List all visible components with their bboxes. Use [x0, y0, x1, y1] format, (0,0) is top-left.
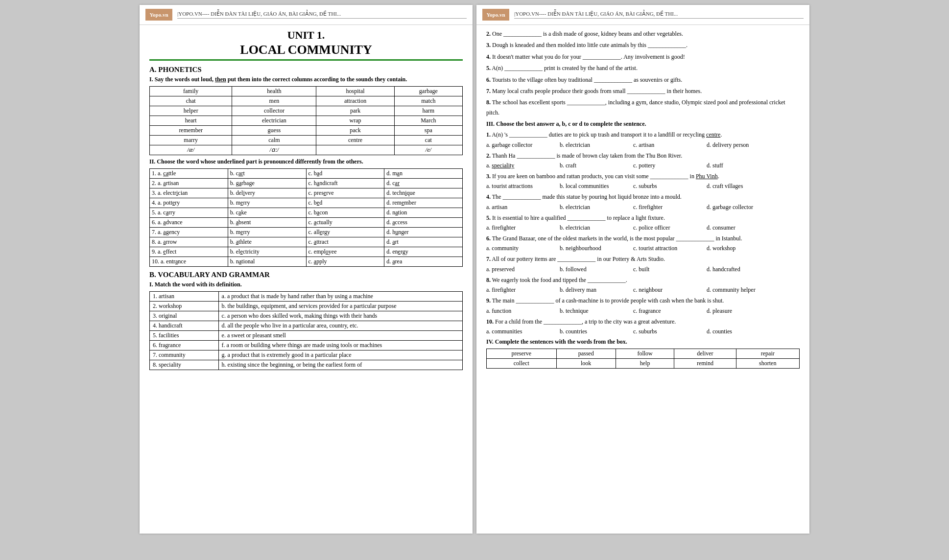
table-row: rememberguesspackspa — [150, 126, 463, 136]
mcq-10-options: a. communities b. countries c. suburbs d… — [486, 328, 800, 335]
table-row: 5. facilities e. a sweet or pleasant sme… — [150, 331, 463, 341]
mcq-4-options: a. artisan b. electrician c. firefighter… — [486, 204, 800, 211]
unit-subtitle: LOCAL COMMUNITY — [149, 43, 463, 61]
vocab-instruction: I. Match the word with its definition. — [149, 281, 463, 288]
right-logo: Yopo.vn — [482, 9, 509, 21]
left-header: Yopo.vn |YOPO.VN---- DIỄN ĐÀN TÀI LIỆU, … — [140, 5, 473, 25]
table-row: 10. a. entrance b. national c. apply d. … — [150, 257, 463, 267]
fill-blank-7: 7. Many local crafts people produce thei… — [486, 86, 800, 96]
section-b-title: B. VOCABULARY AND GRAMMAR — [149, 271, 463, 279]
table-row: 4. a. pottery b. merry c. bed d. remembe… — [150, 198, 463, 208]
mcq-2-question: 2. Thanh Ha _____________ is made of bro… — [486, 151, 800, 161]
fill-blank-5: 5. A(n) _____________ print is created b… — [486, 63, 800, 73]
phonetics-table: familyhealthhospitalgarbage chatmenattra… — [149, 86, 463, 155]
table-row: 5. a. carry b. cake c. bacon d. nation — [150, 208, 463, 218]
unit-title: UNIT 1. — [149, 29, 463, 42]
mcq-5-options: a. firefighter b. electrician c. police … — [486, 224, 800, 232]
mcq-9-options: a. function b. technique c. fragrance d.… — [486, 307, 800, 315]
mcq-8-question: 8. We eagerly took the food and tipped t… — [486, 275, 800, 285]
mcq-6-options: a. community b. neighbourhood c. tourist… — [486, 245, 800, 252]
table-row: familyhealthhospitalgarbage — [150, 87, 463, 96]
left-page: Yopo.vn |YOPO.VN---- DIỄN ĐÀN TÀI LIỆU, … — [140, 5, 473, 534]
fill-blank-6: 6. Tourists to the village often buy tra… — [486, 75, 800, 85]
right-header: Yopo.vn |YOPO.VN---- DIỄN ĐÀN TÀI LIỆU, … — [476, 5, 809, 25]
phonetics-i-instruction: I. Say the words out loud, then put them… — [149, 76, 463, 83]
phonetics-mcq-table: 1. a. cattle b. cart c. bad d. man 2. a.… — [149, 168, 463, 267]
table-row: 2. workshop b. the buildings, equipment,… — [150, 302, 463, 311]
table-row: collect look help remind shorten — [487, 359, 800, 369]
fill-blank-8: 8. The school has excellent sports _____… — [486, 97, 800, 117]
section-iv-title: IV. Complete the sentences with the word… — [486, 338, 800, 346]
table-row: 4. handicraft d. all the people who live… — [150, 321, 463, 331]
mcq-1-options: a. garbage collector b. electrician c. a… — [486, 141, 800, 149]
word-box-table: preserve passed follow deliver repair co… — [486, 349, 800, 369]
table-row: 1. a. cattle b. cart c. bad d. man — [150, 169, 463, 179]
table-row: 7. a. agency b. merry c. allergy d. hung… — [150, 228, 463, 237]
mcq-9-question: 9. The main _____________ of a cash-mach… — [486, 296, 800, 305]
pages-container: Yopo.vn |YOPO.VN---- DIỄN ĐÀN TÀI LIỆU, … — [140, 5, 809, 534]
fill-blank-2: 2. One _____________ is a dish made of g… — [486, 29, 800, 39]
mcq-10-question: 10. For a child from the _____________, … — [486, 317, 800, 327]
vocab-match-table: 1. artisan a. a product that is made by … — [149, 291, 463, 370]
left-logo: Yopo.vn — [145, 9, 172, 21]
mcq-4-question: 4. The _____________ made this statue by… — [486, 192, 800, 202]
right-header-text: |YOPO.VN---- DIỄN ĐÀN TÀI LIỆU, GIÁO ÁN,… — [514, 11, 804, 19]
mcq-7-options: a. preserved b. followed c. built d. han… — [486, 266, 800, 273]
table-row: 8. speciality h. existing since the begi… — [150, 360, 463, 370]
mcq-8-options: a. firefighter b. delivery man c. neighb… — [486, 286, 800, 294]
table-row: /æ//ɑː//e/ — [150, 145, 463, 155]
table-row: 3. a. electrician b. delivery c. preserv… — [150, 188, 463, 198]
left-header-text: |YOPO.VN---- DIỄN ĐÀN TÀI LIỆU, GIÁO ÁN,… — [177, 11, 467, 19]
table-row: chatmenattractionmatch — [150, 96, 463, 106]
table-row: 9. a. effect b. electricity c. employee … — [150, 247, 463, 257]
section-a-title: A. PHONETICS — [149, 66, 463, 74]
table-row: 6. a. advance b. absent c. actually d. a… — [150, 218, 463, 228]
mcq-3-options: a. tourist attractions b. local communit… — [486, 183, 800, 190]
table-row: 2. a. artisan b. garbage c. handicraft d… — [150, 179, 463, 188]
mcq-5-question: 5. It is essential to hire a qualified _… — [486, 213, 800, 223]
mcq-1-question: 1. A(n) 's _____________ duties are to p… — [486, 130, 800, 140]
left-page-content: UNIT 1. LOCAL COMMUNITY A. PHONETICS I. … — [140, 29, 473, 384]
phonetics-ii-instruction: II. Choose the word whose underlined par… — [149, 158, 463, 165]
right-page-content: 2. One _____________ is a dish made of g… — [476, 29, 809, 378]
table-row: 7. community g. a product that is extrem… — [150, 350, 463, 360]
table-row: marrycalmcentrecat — [150, 136, 463, 145]
table-row: heartelectricianwrapMarch — [150, 116, 463, 126]
fill-blank-4: 4. It doesn't matter what you do for you… — [486, 52, 800, 62]
table-row: 3. original c. a person who does skilled… — [150, 311, 463, 321]
mcq-6-question: 6. The Grand Bazaar, one of the oldest m… — [486, 233, 800, 243]
table-row: 6. fragrance f. a room or building where… — [150, 341, 463, 350]
mcq-7-question: 7. All of our pottery items are ________… — [486, 254, 800, 264]
table-row: preserve passed follow deliver repair — [487, 349, 800, 359]
mcq-3-question: 3. If you are keen on bamboo and rattan … — [486, 171, 800, 181]
fill-blank-3: 3. Dough is kneaded and then molded into… — [486, 40, 800, 50]
section-iii-title: III. Choose the best answer a, b, c or d… — [486, 120, 800, 128]
table-row: helpercollectorparkharm — [150, 106, 463, 116]
mcq-2-options: a. speciality b. craft c. pottery d. stu… — [486, 162, 800, 169]
table-row: 8. a. arrow b. athlete c. attract d. art — [150, 237, 463, 247]
right-page: Yopo.vn |YOPO.VN---- DIỄN ĐÀN TÀI LIỆU, … — [476, 5, 809, 534]
table-row: 1. artisan a. a product that is made by … — [150, 292, 463, 302]
